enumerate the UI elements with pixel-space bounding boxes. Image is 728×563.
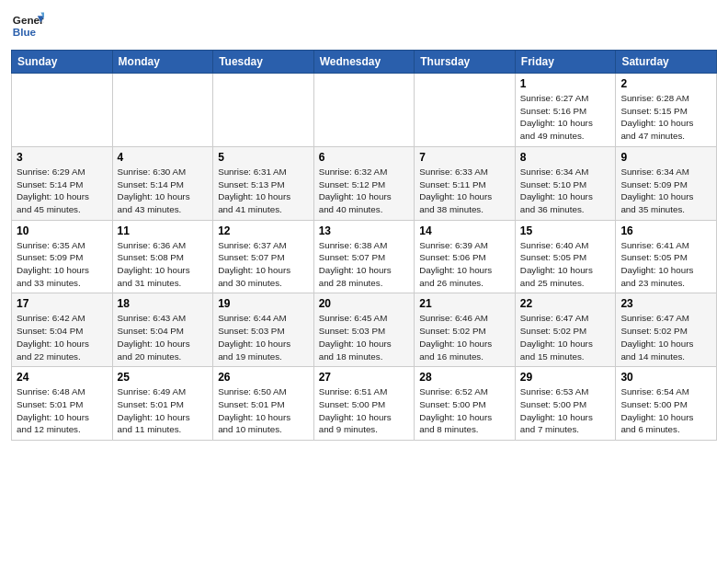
calendar-cell: 9Sunrise: 6:34 AMSunset: 5:09 PMDaylight… (616, 146, 717, 220)
day-info: Sunrise: 6:44 AMSunset: 5:03 PMDaylight:… (218, 312, 309, 362)
day-number: 16 (620, 224, 711, 237)
calendar-cell: 6Sunrise: 6:32 AMSunset: 5:12 PMDaylight… (313, 146, 415, 220)
day-number: 13 (319, 224, 410, 237)
calendar-cell: 17Sunrise: 6:42 AMSunset: 5:04 PMDayligh… (12, 293, 113, 367)
calendar-cell: 20Sunrise: 6:45 AMSunset: 5:03 PMDayligh… (313, 293, 415, 367)
day-number: 3 (17, 151, 108, 164)
day-number: 10 (17, 224, 108, 237)
day-info: Sunrise: 6:49 AMSunset: 5:01 PMDaylight:… (118, 385, 209, 436)
day-number: 24 (17, 371, 108, 384)
calendar-cell: 8Sunrise: 6:34 AMSunset: 5:10 PMDaylight… (515, 146, 616, 220)
calendar-cell: 28Sunrise: 6:52 AMSunset: 5:00 PMDayligh… (415, 367, 516, 441)
day-number: 17 (17, 297, 108, 310)
calendar-cell (12, 74, 113, 147)
weekday-header: Friday (515, 51, 616, 74)
day-number: 19 (218, 297, 309, 310)
calendar-cell (313, 74, 415, 147)
calendar-cell: 29Sunrise: 6:53 AMSunset: 5:00 PMDayligh… (515, 367, 616, 441)
day-number: 28 (419, 371, 510, 384)
header: General Blue (11, 9, 717, 42)
day-info: Sunrise: 6:43 AMSunset: 5:04 PMDaylight:… (118, 312, 209, 362)
day-number: 22 (520, 297, 611, 310)
day-number: 11 (118, 224, 209, 237)
calendar-table: SundayMondayTuesdayWednesdayThursdayFrid… (11, 50, 717, 441)
day-info: Sunrise: 6:34 AMSunset: 5:10 PMDaylight:… (520, 166, 611, 216)
day-info: Sunrise: 6:51 AMSunset: 5:00 PMDaylight:… (319, 385, 410, 436)
day-info: Sunrise: 6:47 AMSunset: 5:02 PMDaylight:… (620, 312, 711, 362)
svg-text:Blue: Blue (13, 26, 37, 38)
day-number: 25 (118, 371, 209, 384)
calendar-cell: 2Sunrise: 6:28 AMSunset: 5:15 PMDaylight… (616, 74, 717, 147)
weekday-header: Monday (112, 51, 213, 74)
day-info: Sunrise: 6:40 AMSunset: 5:05 PMDaylight:… (520, 239, 611, 290)
day-info: Sunrise: 6:50 AMSunset: 5:01 PMDaylight:… (218, 385, 309, 436)
logo-icon: General Blue (11, 9, 44, 42)
day-info: Sunrise: 6:30 AMSunset: 5:14 PMDaylight:… (118, 166, 209, 216)
day-info: Sunrise: 6:32 AMSunset: 5:12 PMDaylight:… (319, 166, 410, 216)
day-info: Sunrise: 6:54 AMSunset: 5:00 PMDaylight:… (620, 385, 711, 436)
day-number: 4 (118, 151, 209, 164)
day-info: Sunrise: 6:41 AMSunset: 5:05 PMDaylight:… (620, 239, 711, 290)
day-info: Sunrise: 6:29 AMSunset: 5:14 PMDaylight:… (17, 166, 108, 216)
day-number: 30 (620, 371, 711, 384)
weekday-header: Saturday (616, 51, 717, 74)
calendar-cell: 7Sunrise: 6:33 AMSunset: 5:11 PMDaylight… (415, 146, 516, 220)
day-number: 9 (620, 151, 711, 164)
day-info: Sunrise: 6:45 AMSunset: 5:03 PMDaylight:… (319, 312, 410, 362)
calendar-cell: 13Sunrise: 6:38 AMSunset: 5:07 PMDayligh… (313, 220, 415, 293)
calendar-cell: 27Sunrise: 6:51 AMSunset: 5:00 PMDayligh… (313, 367, 415, 441)
day-info: Sunrise: 6:48 AMSunset: 5:01 PMDaylight:… (17, 385, 108, 436)
calendar-cell: 15Sunrise: 6:40 AMSunset: 5:05 PMDayligh… (515, 220, 616, 293)
day-info: Sunrise: 6:37 AMSunset: 5:07 PMDaylight:… (218, 239, 309, 290)
weekday-header: Wednesday (313, 51, 415, 74)
calendar-cell: 21Sunrise: 6:46 AMSunset: 5:02 PMDayligh… (415, 293, 516, 367)
calendar-cell: 4Sunrise: 6:30 AMSunset: 5:14 PMDaylight… (112, 146, 213, 220)
day-info: Sunrise: 6:52 AMSunset: 5:00 PMDaylight:… (419, 385, 510, 436)
calendar-cell: 10Sunrise: 6:35 AMSunset: 5:09 PMDayligh… (12, 220, 113, 293)
day-number: 26 (218, 371, 309, 384)
day-number: 27 (319, 371, 410, 384)
calendar-cell: 14Sunrise: 6:39 AMSunset: 5:06 PMDayligh… (415, 220, 516, 293)
day-info: Sunrise: 6:35 AMSunset: 5:09 PMDaylight:… (17, 239, 108, 290)
day-info: Sunrise: 6:47 AMSunset: 5:02 PMDaylight:… (520, 312, 611, 362)
calendar-cell: 11Sunrise: 6:36 AMSunset: 5:08 PMDayligh… (112, 220, 213, 293)
day-info: Sunrise: 6:34 AMSunset: 5:09 PMDaylight:… (620, 166, 711, 216)
calendar-cell: 12Sunrise: 6:37 AMSunset: 5:07 PMDayligh… (213, 220, 314, 293)
day-number: 5 (218, 151, 309, 164)
svg-text:General: General (13, 14, 44, 26)
logo: General Blue (11, 9, 44, 42)
day-number: 1 (520, 77, 611, 90)
weekday-header: Thursday (415, 51, 516, 74)
day-number: 29 (520, 371, 611, 384)
calendar-cell: 19Sunrise: 6:44 AMSunset: 5:03 PMDayligh… (213, 293, 314, 367)
day-info: Sunrise: 6:33 AMSunset: 5:11 PMDaylight:… (419, 166, 510, 216)
day-number: 21 (419, 297, 510, 310)
calendar-cell (415, 74, 516, 147)
day-number: 7 (419, 151, 510, 164)
day-number: 14 (419, 224, 510, 237)
day-number: 20 (319, 297, 410, 310)
calendar-cell (112, 74, 213, 147)
day-number: 8 (520, 151, 611, 164)
day-number: 18 (118, 297, 209, 310)
calendar-cell: 25Sunrise: 6:49 AMSunset: 5:01 PMDayligh… (112, 367, 213, 441)
day-number: 6 (319, 151, 410, 164)
calendar-cell: 26Sunrise: 6:50 AMSunset: 5:01 PMDayligh… (213, 367, 314, 441)
day-number: 2 (620, 77, 711, 90)
day-info: Sunrise: 6:38 AMSunset: 5:07 PMDaylight:… (319, 239, 410, 290)
weekday-header: Tuesday (213, 51, 314, 74)
calendar-cell: 16Sunrise: 6:41 AMSunset: 5:05 PMDayligh… (616, 220, 717, 293)
calendar-cell: 22Sunrise: 6:47 AMSunset: 5:02 PMDayligh… (515, 293, 616, 367)
day-info: Sunrise: 6:27 AMSunset: 5:16 PMDaylight:… (520, 92, 611, 143)
day-info: Sunrise: 6:53 AMSunset: 5:00 PMDaylight:… (520, 385, 611, 436)
calendar-cell: 3Sunrise: 6:29 AMSunset: 5:14 PMDaylight… (12, 146, 113, 220)
calendar-cell: 30Sunrise: 6:54 AMSunset: 5:00 PMDayligh… (616, 367, 717, 441)
calendar-cell: 1Sunrise: 6:27 AMSunset: 5:16 PMDaylight… (515, 74, 616, 147)
weekday-header: Sunday (12, 51, 113, 74)
day-info: Sunrise: 6:42 AMSunset: 5:04 PMDaylight:… (17, 312, 108, 362)
day-info: Sunrise: 6:36 AMSunset: 5:08 PMDaylight:… (118, 239, 209, 290)
day-number: 23 (620, 297, 711, 310)
calendar-cell: 5Sunrise: 6:31 AMSunset: 5:13 PMDaylight… (213, 146, 314, 220)
calendar-cell (213, 74, 314, 147)
day-info: Sunrise: 6:39 AMSunset: 5:06 PMDaylight:… (419, 239, 510, 290)
